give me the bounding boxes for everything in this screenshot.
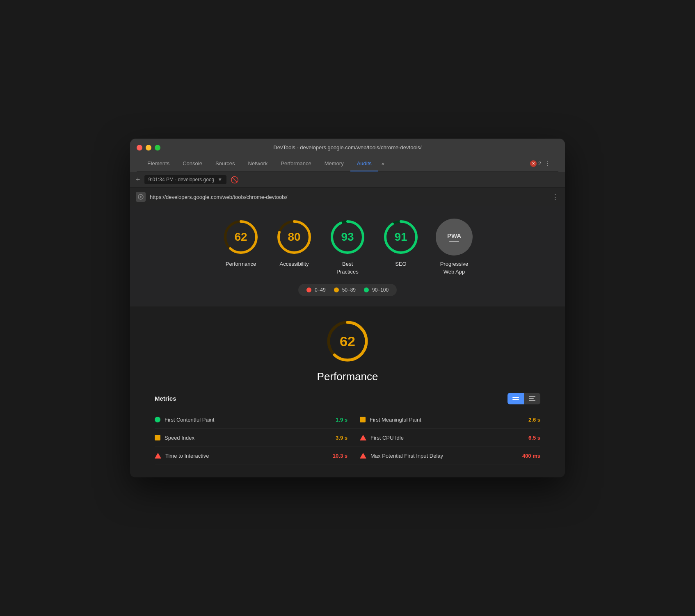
maximize-button[interactable] [155, 145, 160, 151]
metrics-section: Metrics [138, 393, 557, 465]
fci-name: First CPU Idle [370, 435, 524, 441]
metrics-header: Metrics [155, 393, 540, 404]
score-best-practices[interactable]: 93 BestPractices [329, 219, 366, 275]
tab-dropdown-button[interactable]: ▼ [217, 177, 222, 183]
tab-sources[interactable]: Sources [209, 156, 242, 171]
window-title: DevTools - developers.google.com/web/too… [273, 144, 421, 151]
legend-dot-red [306, 287, 311, 292]
browser-window: DevTools - developers.google.com/web/too… [130, 139, 565, 477]
block-icon[interactable]: 🚫 [231, 176, 239, 184]
pwa-dash [449, 241, 459, 242]
seo-label: SEO [395, 260, 406, 268]
tab-elements[interactable]: Elements [141, 156, 176, 171]
legend-label-orange: 50–89 [342, 287, 356, 293]
tab-timestamp: 9:01:34 PM - developers.goog [149, 177, 215, 183]
scores-section: 62 Performance 80 Accessibility [130, 206, 565, 306]
mpfid-icon [360, 453, 366, 459]
page-url: https://developers.google.com/web/tools/… [150, 194, 287, 200]
fcp-name: First Contentful Paint [165, 417, 331, 423]
perf-detail-title: Performance [317, 370, 378, 383]
error-count: ✕ 2 [530, 160, 541, 167]
score-performance[interactable]: 62 Performance [222, 219, 259, 268]
legend-dot-green [364, 287, 369, 292]
svg-point-1 [140, 196, 142, 198]
fmp-icon [360, 417, 366, 422]
legend: 0–49 50–89 90–100 [298, 284, 397, 296]
score-pwa[interactable]: PWA ProgressiveWeb App [436, 219, 473, 275]
address-url-container: 9:01:34 PM - developers.goog ▼ [144, 175, 227, 184]
perf-big-score-container: 62 [325, 319, 370, 364]
mpfid-value: 400 ms [522, 453, 540, 459]
fmp-name: First Meaningful Paint [370, 417, 524, 423]
close-button[interactable] [137, 145, 142, 151]
tab-audits[interactable]: Audits [350, 156, 378, 171]
view-toggle[interactable] [508, 393, 540, 404]
fcp-value: 1.9 s [336, 417, 348, 423]
address-bar: + 9:01:34 PM - developers.goog ▼ 🚫 [130, 172, 565, 188]
mpfid-name: Max Potential First Input Delay [370, 453, 518, 459]
perf-detail: 62 Performance Metrics [130, 306, 565, 477]
si-value: 3.9 s [336, 435, 348, 441]
pwa-text: PWA [447, 232, 461, 239]
tab-performance[interactable]: Performance [274, 156, 318, 171]
tab-bar: Elements Console Sources Network Perform… [137, 155, 558, 172]
metric-mpfid: Max Potential First Input Delay 400 ms [348, 447, 540, 465]
error-badge: ✕ [530, 160, 537, 167]
metrics-title: Metrics [155, 395, 176, 402]
accessibility-label: Accessibility [280, 260, 309, 268]
tab-console[interactable]: Console [176, 156, 209, 171]
metrics-grid: First Contentful Paint 1.9 s Speed Index… [155, 411, 540, 465]
metric-tti: Time to Interactive 10.3 s [155, 447, 348, 465]
legend-green: 90–100 [364, 287, 389, 293]
new-tab-button[interactable]: + [136, 176, 140, 184]
view-grid-button[interactable] [508, 393, 524, 404]
tti-name: Time to Interactive [165, 453, 329, 459]
performance-score: 62 [234, 230, 247, 244]
legend-label-green: 90–100 [372, 287, 389, 293]
si-icon [155, 435, 160, 440]
fmp-value: 2.6 s [528, 417, 540, 423]
page-bar-menu[interactable]: ⋮ [551, 192, 559, 201]
score-seo[interactable]: 91 SEO [382, 219, 419, 268]
performance-label: Performance [226, 260, 256, 268]
best-practices-label: BestPractices [336, 260, 358, 275]
metric-fcp: First Contentful Paint 1.9 s [155, 411, 348, 429]
seo-score: 91 [394, 230, 407, 244]
legend-dot-orange [334, 287, 339, 292]
metric-fmp: First Meaningful Paint 2.6 s [348, 411, 540, 429]
fci-value: 6.5 s [528, 435, 540, 441]
fci-icon [360, 435, 366, 440]
metrics-left-col: First Contentful Paint 1.9 s Speed Index… [155, 411, 348, 465]
title-bar: DevTools - developers.google.com/web/too… [130, 139, 565, 172]
list-icon [529, 396, 535, 401]
legend-orange: 50–89 [334, 287, 356, 293]
page-bar: https://developers.google.com/web/tools/… [130, 188, 565, 206]
more-tabs-button[interactable]: » [378, 156, 388, 171]
view-list-button[interactable] [524, 393, 540, 404]
perf-big-score: 62 [340, 333, 355, 349]
tab-network[interactable]: Network [242, 156, 274, 171]
metric-fci: First CPU Idle 6.5 s [348, 429, 540, 447]
si-name: Speed Index [165, 435, 331, 441]
tti-value: 10.3 s [333, 453, 348, 459]
legend-label-red: 0–49 [315, 287, 326, 293]
metrics-right-col: First Meaningful Paint 2.6 s First CPU I… [348, 411, 540, 465]
accessibility-score: 80 [288, 230, 300, 244]
window-controls [137, 145, 160, 151]
pwa-circle: PWA [436, 219, 473, 256]
grid-icon [512, 397, 519, 400]
best-practices-score: 93 [341, 230, 354, 244]
tab-memory[interactable]: Memory [318, 156, 350, 171]
pwa-label: ProgressiveWeb App [440, 260, 469, 275]
main-panel: 62 Performance 80 Accessibility [130, 206, 565, 477]
legend-red: 0–49 [306, 287, 326, 293]
score-accessibility[interactable]: 80 Accessibility [276, 219, 313, 268]
scores-row: 62 Performance 80 Accessibility [222, 219, 473, 275]
fcp-icon [155, 417, 160, 422]
devtools-menu-button[interactable]: ⋮ [541, 155, 554, 171]
page-favicon [136, 192, 146, 202]
error-number: 2 [538, 160, 541, 167]
tti-icon [155, 453, 161, 459]
minimize-button[interactable] [146, 145, 151, 151]
metric-si: Speed Index 3.9 s [155, 429, 348, 447]
